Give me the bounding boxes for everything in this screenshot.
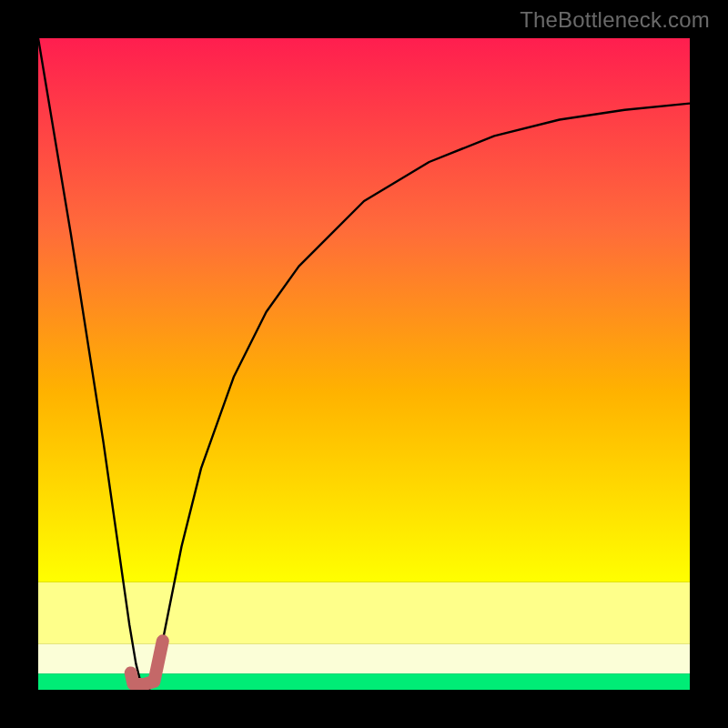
background-bands (38, 38, 690, 690)
svg-rect-2 (38, 582, 690, 644)
svg-rect-3 (38, 38, 690, 582)
watermark-text: TheBottleneck.com (520, 7, 710, 33)
bottleneck-chart (38, 38, 690, 690)
chart-frame: TheBottleneck.com (0, 0, 728, 728)
